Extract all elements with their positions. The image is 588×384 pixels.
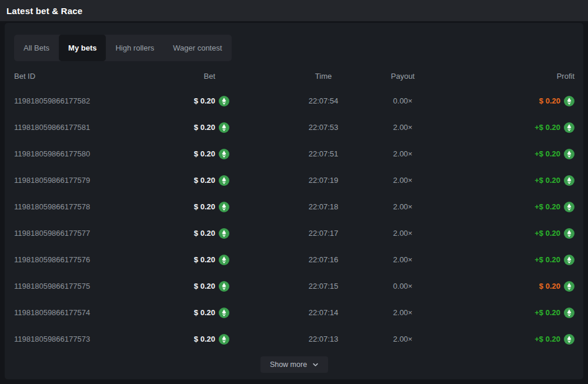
bet-id-cell: 119818059866177580 [14, 149, 149, 158]
eth-coin-icon [219, 281, 229, 292]
eth-coin-icon [564, 228, 574, 239]
bet-amount: $ 0.20 [194, 308, 215, 317]
bet-payout-cell: 0.00× [376, 282, 429, 290]
bet-id-cell: 119818059866177574 [14, 308, 149, 317]
bet-amount: $ 0.20 [194, 123, 215, 132]
bet-amount-cell: $ 0.20 [149, 308, 229, 318]
bet-profit-cell: +$ 0.20 [429, 334, 574, 345]
bet-time-cell: 22:07:19 [270, 176, 376, 185]
col-header-bet: Bet [149, 72, 229, 81]
bet-amount: $ 0.20 [194, 255, 215, 264]
eth-coin-icon [219, 334, 229, 345]
bet-profit-amount: +$ 0.20 [534, 308, 560, 317]
bet-row[interactable]: 119818059866177578 $ 0.20 22:07:18 2.00×… [14, 193, 574, 220]
bet-amount-cell: $ 0.20 [149, 149, 229, 159]
bet-row[interactable]: 119818059866177579 $ 0.20 22:07:19 2.00×… [14, 167, 574, 193]
eth-coin-icon [564, 308, 574, 318]
tab-my-bets[interactable]: My bets [59, 35, 106, 61]
bet-id-cell: 119818059866177576 [14, 255, 149, 264]
eth-coin-icon [564, 122, 574, 133]
bet-row[interactable]: 119818059866177576 $ 0.20 22:07:16 2.00×… [14, 246, 574, 273]
bet-row[interactable]: 119818059866177573 $ 0.20 22:07:13 2.00×… [14, 326, 574, 352]
bet-time-cell: 22:07:15 [270, 282, 376, 290]
eth-coin-icon [219, 255, 229, 265]
tab-high-rollers[interactable]: High rollers [106, 35, 163, 61]
bet-payout-cell: 2.00× [376, 335, 429, 343]
bet-payout-cell: 2.00× [376, 255, 429, 264]
bet-id-cell: 119818059866177581 [14, 123, 149, 132]
eth-coin-icon [219, 149, 229, 159]
show-more-container: Show more [14, 356, 574, 373]
eth-coin-icon [564, 202, 574, 212]
col-header-bet-id: Bet ID [14, 72, 149, 81]
bet-profit-cell: $ 0.20 [429, 96, 574, 106]
bet-payout-cell: 2.00× [376, 149, 429, 158]
bet-id-cell: 119818059866177573 [14, 335, 149, 343]
bet-time-cell: 22:07:14 [270, 308, 376, 317]
bet-id-cell: 119818059866177578 [14, 202, 149, 211]
show-more-button[interactable]: Show more [260, 356, 328, 373]
bet-payout-cell: 2.00× [376, 123, 429, 132]
bet-amount: $ 0.20 [194, 176, 215, 185]
tab-all-bets[interactable]: All Bets [14, 35, 59, 61]
bet-payout-cell: 2.00× [376, 308, 429, 317]
eth-coin-icon [564, 96, 574, 106]
bet-amount-cell: $ 0.20 [149, 334, 229, 345]
bet-id-cell: 119818059866177575 [14, 282, 149, 290]
bet-row[interactable]: 119818059866177581 $ 0.20 22:07:53 2.00×… [14, 114, 574, 141]
bet-profit-amount: +$ 0.20 [534, 123, 560, 132]
bet-profit-amount: +$ 0.20 [534, 149, 560, 158]
bet-profit-amount: $ 0.20 [539, 96, 560, 105]
bet-profit-cell: +$ 0.20 [429, 228, 574, 239]
latest-bets-panel: All Bets My bets High rollers Wager cont… [5, 23, 583, 379]
bet-profit-amount: $ 0.20 [539, 282, 560, 290]
bet-profit-amount: +$ 0.20 [534, 176, 560, 185]
col-header-payout: Payout [376, 72, 429, 81]
bet-row[interactable]: 119818059866177575 $ 0.20 22:07:15 0.00×… [14, 273, 574, 299]
bet-time-cell: 22:07:13 [270, 335, 376, 343]
bet-amount: $ 0.20 [194, 335, 215, 343]
bet-time-cell: 22:07:18 [270, 202, 376, 211]
chevron-down-icon [312, 362, 319, 368]
bet-amount-cell: $ 0.20 [149, 96, 229, 106]
eth-coin-icon [564, 281, 574, 292]
bet-payout-cell: 2.00× [376, 202, 429, 211]
bet-profit-cell: +$ 0.20 [429, 122, 574, 133]
bet-row[interactable]: 119818059866177582 $ 0.20 22:07:54 0.00×… [14, 88, 574, 114]
tab-wager-contest[interactable]: Wager contest [163, 35, 231, 61]
bet-profit-cell: +$ 0.20 [429, 255, 574, 265]
bet-amount-cell: $ 0.20 [149, 255, 229, 265]
bet-payout-cell: 2.00× [376, 229, 429, 238]
bet-amount-cell: $ 0.20 [149, 202, 229, 212]
eth-coin-icon [219, 122, 229, 133]
bet-amount: $ 0.20 [194, 96, 215, 105]
bet-profit-cell: +$ 0.20 [429, 308, 574, 318]
bet-amount-cell: $ 0.20 [149, 175, 229, 186]
bet-row[interactable]: 119818059866177580 $ 0.20 22:07:51 2.00×… [14, 141, 574, 167]
bet-profit-amount: +$ 0.20 [534, 202, 560, 211]
eth-coin-icon [219, 228, 229, 239]
bet-payout-cell: 0.00× [376, 96, 429, 105]
col-header-profit: Profit [429, 72, 574, 81]
bet-id-cell: 119818059866177579 [14, 176, 149, 185]
bet-payout-cell: 2.00× [376, 176, 429, 185]
bet-time-cell: 22:07:51 [270, 149, 376, 158]
eth-coin-icon [219, 96, 229, 106]
bet-id-cell: 119818059866177582 [14, 96, 149, 105]
bet-tabs: All Bets My bets High rollers Wager cont… [14, 35, 232, 61]
bets-table-body: 119818059866177582 $ 0.20 22:07:54 0.00×… [14, 88, 574, 352]
bet-amount-cell: $ 0.20 [149, 122, 229, 133]
eth-coin-icon [564, 334, 574, 345]
eth-coin-icon [219, 308, 229, 318]
col-header-time: Time [270, 72, 376, 81]
show-more-label: Show more [270, 360, 307, 369]
bet-row[interactable]: 119818059866177577 $ 0.20 22:07:17 2.00×… [14, 220, 574, 246]
bet-row[interactable]: 119818059866177574 $ 0.20 22:07:14 2.00×… [14, 299, 574, 326]
eth-coin-icon [219, 175, 229, 186]
bet-time-cell: 22:07:17 [270, 229, 376, 238]
page-title: Latest bet & Race [6, 6, 82, 16]
bet-amount-cell: $ 0.20 [149, 281, 229, 292]
bet-id-cell: 119818059866177577 [14, 229, 149, 238]
eth-coin-icon [564, 175, 574, 186]
bet-amount-cell: $ 0.20 [149, 228, 229, 239]
